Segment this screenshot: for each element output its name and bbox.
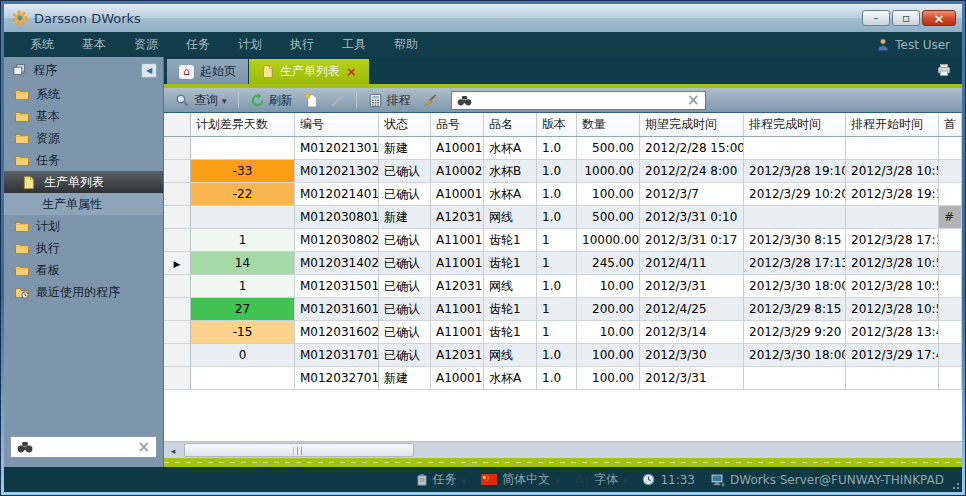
column-header[interactable]: 计划差异天数	[191, 113, 295, 136]
column-header[interactable]: 排程完成时间	[744, 113, 846, 136]
restore-button[interactable]	[892, 10, 920, 26]
user-indicator[interactable]: Test User	[876, 37, 950, 52]
column-header[interactable]: 状态	[379, 113, 431, 136]
tab-label: 起始页	[200, 63, 236, 80]
menu-item[interactable]: 基本	[68, 32, 120, 57]
new-button[interactable]	[301, 92, 322, 108]
scrollbar-thumb[interactable]	[184, 443, 414, 457]
clean-button[interactable]	[419, 93, 441, 108]
row-header-cell[interactable]	[164, 137, 191, 160]
table-row[interactable]: 1M012031501已确认A12031网线1.010.002012/3/312…	[164, 275, 962, 298]
table-search-input[interactable]	[477, 93, 682, 107]
sidebar-item[interactable]: 生产单列表	[4, 171, 163, 193]
cell-item_no: A11001	[431, 252, 484, 275]
table-search-clear-icon[interactable]	[687, 91, 700, 109]
menu-item[interactable]: 工具	[328, 32, 380, 57]
cell-version: 1.0	[537, 206, 577, 229]
sidebar-search-box[interactable]	[10, 436, 157, 458]
table-row[interactable]: 0M012031701已确认A12031网线1.0100.002012/3/30…	[164, 344, 962, 367]
column-header[interactable]: 排程开始时间	[846, 113, 939, 136]
column-header[interactable]: 数量	[577, 113, 640, 136]
sidebar-item[interactable]: 看板	[4, 259, 163, 281]
column-header[interactable]: 版本	[537, 113, 577, 136]
table-row[interactable]: 14M012031402已确认A11001齿轮11245.002012/4/11…	[164, 252, 962, 275]
menu-item[interactable]: 资源	[120, 32, 172, 57]
chevron-down-icon	[222, 93, 227, 107]
row-header-cell[interactable]	[164, 183, 191, 206]
cell-sched_end: 2012/3/29 10:20	[744, 183, 846, 206]
column-header[interactable]: 首	[939, 113, 962, 136]
sidebar-item[interactable]: 系统	[4, 83, 163, 105]
sidebar-search-input[interactable]	[37, 440, 133, 454]
sidebar-header: 程序	[4, 57, 163, 83]
table-row[interactable]: 27M012031601已确认A11001齿轮11200.002012/4/25…	[164, 298, 962, 321]
edit-button[interactable]	[327, 93, 348, 108]
row-header-cell[interactable]	[164, 206, 191, 229]
table-search-box[interactable]	[451, 91, 706, 110]
cell-sched_start: 2012/3/29 17:46	[846, 344, 939, 367]
cell-sched_start: 2012/3/28 13:40	[846, 321, 939, 344]
tab-start-page[interactable]: 起始页	[167, 59, 249, 84]
status-font-menu[interactable]: A: 字体	[575, 471, 628, 488]
table-row[interactable]: 1M012030802已确认A11001齿轮1110000.002012/3/3…	[164, 229, 962, 252]
sidebar-search-clear-icon[interactable]	[137, 438, 150, 456]
status-server[interactable]: DWorks Server@FUNWAY-THINKPAD	[710, 473, 944, 487]
cell-status: 已确认	[379, 275, 431, 298]
column-header[interactable]: 品号	[431, 113, 484, 136]
cell-qty: 10.00	[577, 275, 640, 298]
sidebar-item[interactable]: 计划	[4, 215, 163, 237]
row-header-cell[interactable]	[164, 367, 191, 390]
scroll-left-arrow-icon[interactable]	[166, 444, 180, 457]
current-row-arrow-icon	[174, 256, 181, 270]
schedule-button[interactable]: 排程	[365, 92, 414, 109]
sidebar-item[interactable]: 资源	[4, 127, 163, 149]
sidebar-item-label: 任务	[36, 152, 60, 169]
minimize-button[interactable]	[862, 10, 890, 26]
column-header[interactable]: 品名	[484, 113, 537, 136]
printer-icon[interactable]	[936, 63, 952, 77]
row-header-cell[interactable]	[164, 344, 191, 367]
sidebar-item[interactable]: 基本	[4, 105, 163, 127]
row-header-cell[interactable]	[164, 160, 191, 183]
title-bar[interactable]: Darsson DWorks	[4, 4, 962, 32]
refresh-button[interactable]: 刷新	[247, 92, 296, 109]
table-row[interactable]: M012030801新建A12031网线1.0500.002012/3/31 0…	[164, 206, 962, 229]
menu-item[interactable]: 系统	[16, 32, 68, 57]
cell-sched_start	[846, 367, 939, 390]
table-row[interactable]: -15M012031602已确认A11001齿轮1110.002012/3/14…	[164, 321, 962, 344]
status-language-menu[interactable]: 简体中文	[481, 471, 560, 488]
close-button[interactable]	[922, 10, 956, 26]
sidebar-item[interactable]: 生产单属性	[4, 193, 163, 215]
cell-diff: 27	[191, 298, 295, 321]
row-header-cell[interactable]	[164, 321, 191, 344]
row-header-cell[interactable]	[164, 229, 191, 252]
row-header-cell[interactable]	[164, 298, 191, 321]
table-row[interactable]: M012021301新建A10001水杯A1.0500.002012/2/28 …	[164, 137, 962, 160]
folder-icon	[14, 218, 30, 234]
column-header[interactable]: 编号	[295, 113, 379, 136]
menu-item[interactable]: 执行	[276, 32, 328, 57]
menu-item[interactable]: 帮助	[380, 32, 432, 57]
cell-version: 1	[537, 229, 577, 252]
sidebar-item[interactable]: 执行	[4, 237, 163, 259]
table-row[interactable]: -22M012021401已确认A10001水杯A1.0100.002012/3…	[164, 183, 962, 206]
table-row[interactable]: M012032701新建A10001水杯A1.0100.002012/3/31	[164, 367, 962, 390]
sidebar-item[interactable]: 最近使用的程序	[4, 281, 163, 303]
cell-item_name: 水杯A	[484, 137, 537, 160]
resize-grip[interactable]	[950, 480, 960, 490]
table-row[interactable]: -33M012021302已确认A10002水杯B1.01000.002012/…	[164, 160, 962, 183]
column-header[interactable]: 期望完成时间	[640, 113, 744, 136]
sidebar-item[interactable]: 任务	[4, 149, 163, 171]
sidebar-collapse-button[interactable]	[141, 63, 157, 78]
tab-close-icon[interactable]	[346, 64, 357, 79]
query-button[interactable]: 查询	[172, 92, 230, 109]
row-header-cell[interactable]	[164, 275, 191, 298]
menu-item[interactable]: 计划	[224, 32, 276, 57]
horizontal-scrollbar[interactable]	[164, 441, 962, 458]
cell-sched_start: 2012/3/28 17:13	[846, 229, 939, 252]
row-header-cell[interactable]	[164, 252, 191, 275]
menu-item[interactable]: 任务	[172, 32, 224, 57]
tab-production-order-list[interactable]: 生产单列表	[249, 59, 369, 84]
status-task-menu[interactable]: 任务	[416, 471, 467, 488]
cell-version: 1.0	[537, 275, 577, 298]
